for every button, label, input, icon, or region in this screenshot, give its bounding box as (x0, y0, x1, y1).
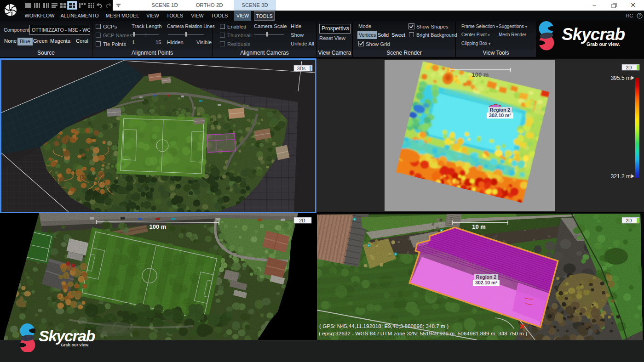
svg-text:2D: 2D (626, 65, 632, 70)
svg-text:Skycrab: Skycrab (562, 25, 625, 44)
svg-text:100 m: 100 m (472, 71, 489, 78)
svg-text:10 m: 10 m (472, 223, 486, 230)
svg-text:321.2 m: 321.2 m (611, 173, 631, 180)
svg-text:395.5 m: 395.5 m (611, 75, 631, 81)
svg-text:2D: 2D (626, 218, 632, 223)
svg-text:Region 2: Region 2 (490, 107, 510, 113)
svg-text:3Ds: 3Ds (297, 66, 306, 71)
svg-text:( epsg:32632 - WGS 84 / UTM zo: ( epsg:32632 - WGS 84 / UTM zone 32N: 55… (319, 330, 527, 337)
svg-text:302.10 m²: 302.10 m² (475, 280, 497, 285)
svg-text:2D: 2D (299, 218, 305, 223)
svg-text:Grab our view.: Grab our view. (61, 343, 89, 347)
svg-text:Skycrab: Skycrab (39, 327, 95, 345)
svg-text:?: ? (638, 13, 641, 18)
svg-text:302.10 m²: 302.10 m² (489, 113, 511, 118)
svg-text:( GPS: N45,44,11.192018; E9,40: ( GPS: N45,44,11.192018; E9,40,3.880898;… (319, 323, 448, 329)
svg-text:100 m: 100 m (150, 223, 167, 230)
svg-text:Grab our view.: Grab our view. (586, 41, 620, 47)
svg-text:Region 2: Region 2 (476, 274, 496, 280)
